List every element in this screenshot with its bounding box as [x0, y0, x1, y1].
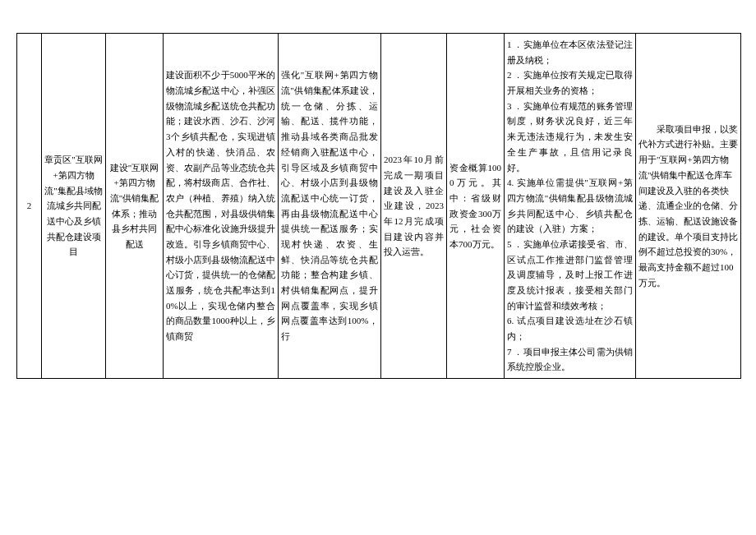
cell-build: 建设"互联网+第四方物流"供销集配体系；推动县乡村共同配送: [106, 34, 164, 379]
cell-fund: 资金概算1000万元。其中：省级财政资金300万元，社会资本700万元。: [447, 34, 505, 379]
cell-subsidy: 采取项目申报，以奖代补方式进行补贴。主要用于"互联网+第四方物流"供销集中配送仓…: [636, 34, 741, 379]
cell-time: 2023年10月前完成一期项目建设及入驻企业建设，2023年12月完成项目建设内…: [381, 34, 447, 379]
cell-content: 建设面积不少于5000平米的物流城乡配送中心，补强区级物流城乡配送统仓共配功能；…: [164, 34, 279, 379]
cell-strengthen: 强化"互联网+第四方物流"供销集配体系建设，统一仓储、分拣、运输、配送、揽件功能…: [279, 34, 381, 379]
cell-name: 章贡区"互联网+第四方物流"集配县域物流城乡共同配送中心及乡镇共配仓建设项目: [42, 34, 106, 379]
cell-requirements: 1 ．实施单位在本区依法登记注册及纳税；2 ．实施单位按有关规定已取得开展相关业…: [505, 34, 636, 379]
table-row: 2 章贡区"互联网+第四方物流"集配县域物流城乡共同配送中心及乡镇共配仓建设项目…: [17, 34, 741, 379]
cell-num: 2: [17, 34, 42, 379]
